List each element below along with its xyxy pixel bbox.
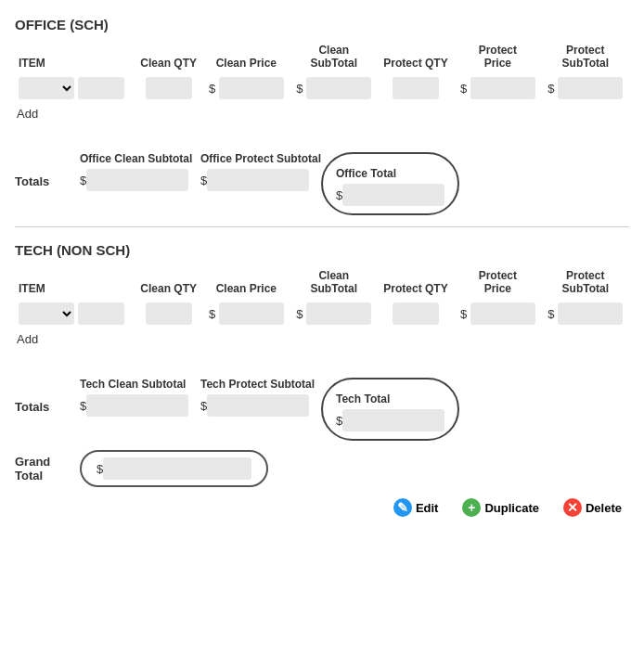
tech-total-header: Tech Total [336,392,444,405]
tech-item-select-cell [15,299,135,328]
duplicate-icon: + [462,498,481,517]
office-table: ITEM Clean QTY Clean Price CleanSubTotal… [15,40,629,103]
duplicate-label: Duplicate [484,501,539,515]
edit-button[interactable]: ✎ Edit [386,495,446,521]
office-clean-subtotal-field[interactable] [86,169,188,191]
tech-protect-subtotal-field[interactable] [207,394,309,417]
tech-protect-subtotal-dollar: $ [547,307,554,321]
tech-item-select[interactable] [19,302,74,325]
tech-section: TECH (NON SCH) ITEM Clean QTY Clean Pric… [15,235,629,521]
tech-clean-subtotal-field[interactable] [86,394,188,417]
office-totals-section: Totals Office Clean Subtotal $ Office Pr… [15,148,629,219]
tech-protect-price-input[interactable] [470,302,535,325]
tech-col-item: ITEM [15,265,135,299]
office-clean-subtotal-header: Office Clean Subtotal [80,152,200,165]
office-clean-qty-input[interactable] [146,77,192,99]
tech-clean-price-dollar: $ [209,307,215,321]
tech-title: TECH (NON SCH) [15,235,629,258]
tech-clean-subtotal-header: Tech Clean Subtotal [80,378,200,391]
tech-totals-section: Totals Tech Clean Subtotal $ Tech Protec… [15,374,629,444]
office-protect-subtotal-cell: $ [542,73,629,103]
office-clean-price-input[interactable] [219,77,284,99]
tech-protect-subtotal-value: $ [200,394,321,417]
tech-col-clean-qty: Clean QTY [135,265,202,299]
office-col-item: ITEM [15,40,135,73]
delete-icon: ✕ [563,498,582,517]
edit-icon: ✎ [393,498,412,517]
grand-total-value-wrap: $ [80,450,268,487]
tech-clean-qty-cell [135,299,202,328]
office-col-clean-price: Clean Price [202,40,290,73]
office-add-link[interactable]: Add [15,103,40,124]
office-col-clean-subtotal: CleanSubTotal [290,40,378,73]
tech-protect-subtotal-cell: $ [542,299,629,328]
tech-clean-subtotal-value: $ [80,394,200,417]
tech-clean-price-cell: $ [202,299,290,328]
office-clean-subtotal-value: $ [80,169,200,191]
tech-total-value: $ [336,409,444,431]
tech-clean-subtotal-col: Tech Clean Subtotal $ [80,378,200,417]
office-protect-price-cell: $ [454,73,541,103]
office-protect-price-dollar: $ [460,82,467,96]
office-item-select[interactable] [19,77,74,99]
office-col-protect-price: ProtectPrice [454,40,541,73]
tech-protect-qty-cell [378,299,454,328]
tech-add-link[interactable]: Add [15,328,40,350]
tech-clean-subtotal-input[interactable] [306,302,371,325]
office-clean-subtotal-col: Office Clean Subtotal $ [80,152,200,191]
divider-1 [15,226,629,227]
office-protect-subtotal-dollar2: $ [200,174,207,187]
tech-col-protect-subtotal: ProtectSubTotal [542,265,629,299]
tech-totals-label: Totals [15,378,80,414]
office-col-protect-qty: Protect QTY [378,40,454,73]
tech-total-dollar: $ [336,414,342,428]
office-protect-subtotal-field[interactable] [207,169,309,191]
tech-clean-subtotal-dollar: $ [296,307,303,321]
edit-label: Edit [416,501,439,515]
tech-protect-subtotal-dollar2: $ [200,399,207,413]
tech-col-protect-qty: Protect QTY [378,265,454,299]
office-totals-label: Totals [15,152,80,188]
office-protect-subtotal-col: Office Protect Subtotal $ [200,152,321,191]
office-protect-price-input[interactable] [470,77,535,99]
office-protect-subtotal-input[interactable] [558,77,623,99]
duplicate-button[interactable]: + Duplicate [455,495,547,521]
office-total-field[interactable] [342,184,444,206]
tech-total-circled: Tech Total $ [321,378,459,441]
office-col-clean-qty: Clean QTY [135,40,202,73]
office-section: OFFICE (SCH) ITEM Clean QTY Clean Price … [15,9,629,219]
tech-clean-price-input[interactable] [219,302,284,325]
tech-total-field[interactable] [342,409,444,431]
delete-button[interactable]: ✕ Delete [556,495,629,521]
grand-total-label: Grand Total [15,455,80,482]
office-protect-subtotal-value: $ [200,169,321,191]
grand-total-dollar: $ [97,462,103,476]
office-item-select-cell [15,73,135,103]
tech-protect-qty-input[interactable] [393,302,439,325]
tech-row-1: $ $ $ $ [15,299,629,328]
office-clean-subtotal-input[interactable] [306,77,371,99]
office-total-circled: Office Total $ [321,152,459,215]
office-total-value: $ [336,184,444,206]
office-protect-subtotal-header: Office Protect Subtotal [200,152,321,165]
tech-protect-subtotal-input[interactable] [558,302,623,325]
office-clean-qty-cell [135,73,202,103]
office-title: OFFICE (SCH) [15,9,629,32]
office-protect-qty-cell [378,73,454,103]
office-col-protect-subtotal: ProtectSubTotal [542,40,629,73]
tech-protect-price-cell: $ [454,299,541,328]
tech-col-clean-subtotal: CleanSubTotal [290,265,378,299]
office-clean-price-dollar: $ [209,82,215,96]
office-clean-price-cell: $ [202,73,290,103]
tech-col-clean-price: Clean Price [202,265,290,299]
grand-total-field[interactable] [103,457,251,480]
grand-total-row: Grand Total $ [15,450,629,487]
tech-clean-qty-input[interactable] [146,302,192,325]
office-clean-subtotal-cell: $ [290,73,378,103]
office-item-input[interactable] [78,77,124,99]
tech-item-input[interactable] [78,302,124,325]
office-protect-qty-input[interactable] [393,77,439,99]
tech-totals-cols: Tech Clean Subtotal $ Tech Protect Subto… [80,378,629,441]
tech-protect-subtotal-header: Tech Protect Subtotal [200,378,321,391]
action-buttons: ✎ Edit + Duplicate ✕ Delete [15,495,629,521]
